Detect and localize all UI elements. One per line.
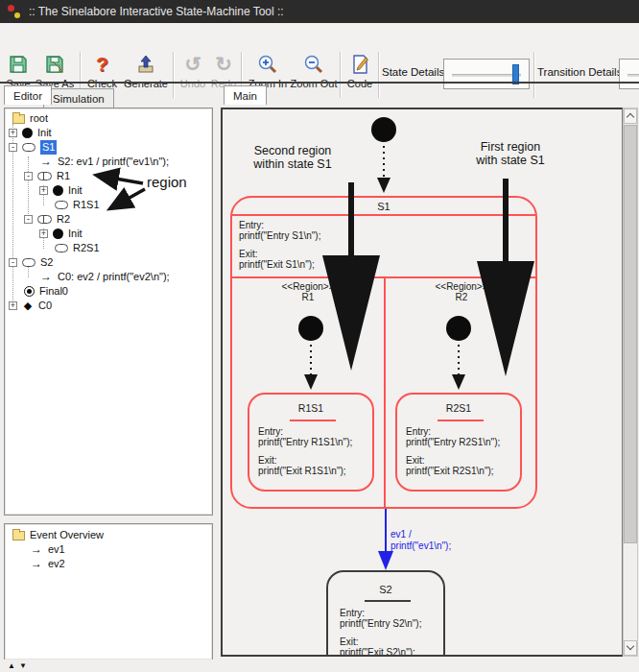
state-s1-title: S1: [232, 201, 535, 212]
app-icon-red-dot: [8, 5, 14, 12]
scroll-down-button[interactable]: [624, 640, 637, 656]
tree-item-label-selected: S1: [40, 140, 57, 155]
undo-button[interactable]: ↺ Undo: [178, 49, 208, 101]
state-r2s1[interactable]: R2S1 Entry: printf("Entry R2S1\n"); Exit…: [395, 393, 522, 492]
collapse-icon[interactable]: -: [24, 215, 33, 224]
zoom-out-button[interactable]: Zoom Out: [291, 49, 337, 101]
model-tree-panel: root + Init - S1 → S2: ev1 / printf("ev1…: [4, 108, 213, 516]
region-r1-label: <<Region>> R1: [232, 281, 384, 302]
region-annotation-text: region: [147, 174, 187, 190]
generate-button[interactable]: Generate: [121, 49, 171, 101]
event-overview-panel: Event Overview → ev1 → ev2: [4, 523, 213, 660]
tree-item-label: C0: [38, 299, 52, 313]
event-overview-root[interactable]: Event Overview: [5, 528, 212, 542]
initial-state-icon: [22, 128, 33, 138]
state-details-slider[interactable]: [443, 59, 530, 89]
expand-icon[interactable]: +: [9, 301, 17, 310]
toolbar: Save Save As ? Check Generate ↺ Undo ↻ R…: [0, 23, 639, 82]
r2s1-behavior-text: Entry: printf("Entry R2S1\n"); Exit: pri…: [406, 426, 500, 476]
tree-item-init[interactable]: + Init: [5, 126, 212, 140]
scroll-up-icon: [627, 113, 634, 121]
entry-code: printf("Entry S2\n");: [340, 618, 421, 629]
scroll-up-button[interactable]: [624, 108, 637, 124]
tree-item-s2-transition[interactable]: → C0: ev2 / printf("ev2\n");: [5, 270, 212, 284]
folder-icon: [12, 531, 25, 540]
exit-label: Exit:: [258, 455, 352, 466]
scroll-down-icon: [627, 642, 634, 650]
zoom-in-icon: [257, 52, 278, 77]
tree-item-label: S2: ev1 / printf("ev1\n");: [58, 155, 169, 169]
window-title: :: The Sinelabore Interactive State-Mach…: [29, 5, 284, 18]
initial-state-top[interactable]: [371, 117, 396, 142]
initial-state-icon: [53, 185, 63, 196]
tree-item-root[interactable]: root: [5, 111, 212, 126]
title-bar: :: The Sinelabore Interactive State-Mach…: [0, 0, 639, 23]
region-icon: [37, 172, 52, 180]
entry-code: printf("Entry S1\n");: [239, 230, 320, 241]
exit-code: printf("Exit S1\n");: [239, 259, 320, 270]
exit-code: printf("Exit R2S1\n");: [406, 466, 500, 476]
state-r2s1-title: R2S1: [397, 402, 520, 414]
s1-region-separator: [384, 276, 386, 507]
s1-behavior-text: Entry: printf("Entry S1\n"); Exit: print…: [239, 220, 320, 270]
state-icon: [22, 143, 36, 152]
collapse-icon[interactable]: -: [9, 258, 17, 267]
check-icon: ?: [96, 52, 108, 77]
expand-icon[interactable]: +: [9, 129, 17, 137]
transition-event-text: ev1 /: [390, 529, 451, 540]
canvas-vertical-scrollbar[interactable]: [623, 108, 638, 657]
tab-main[interactable]: Main: [224, 85, 267, 105]
tree-item-label: Init: [37, 126, 52, 140]
entry-label: Entry:: [239, 220, 320, 230]
code-icon: [349, 52, 370, 77]
app-window: { "window": { "title": ":: The Sinelabor…: [0, 0, 639, 672]
tree-item-label: R1: [57, 169, 70, 183]
app-icon: [7, 4, 22, 19]
state-details-label: State Details: [382, 66, 444, 78]
event-item-ev2[interactable]: → ev2: [5, 557, 212, 571]
transition-details-slider[interactable]: [619, 59, 639, 89]
tree-item-label: S2: [40, 255, 53, 270]
bottom-splitter-bar: ▲ ▼: [0, 660, 639, 672]
transition-icon: →: [39, 270, 53, 284]
tree-item-label: C0: ev2 / printf("ev2\n");: [58, 270, 170, 284]
annotation-line: with state S1: [453, 154, 568, 167]
tree-item-r2[interactable]: - R2: [5, 212, 212, 227]
tree-item-r2s1[interactable]: R2S1: [5, 241, 212, 255]
tree-item-r2-init[interactable]: + Init: [5, 227, 212, 241]
region-name: R1: [232, 292, 384, 302]
splitter-down-icon[interactable]: ▼: [19, 660, 27, 672]
collapse-icon[interactable]: -: [24, 172, 33, 180]
scrollbar-thumb[interactable]: [624, 125, 637, 543]
tree-item-s1[interactable]: - S1: [5, 140, 212, 155]
splitter-up-icon[interactable]: ▲: [8, 660, 15, 672]
expand-icon[interactable]: +: [39, 186, 48, 195]
tree-item-label: R2: [57, 212, 70, 227]
event-item-ev1[interactable]: → ev1: [5, 542, 212, 557]
state-s2[interactable]: S2 Entry: printf("Entry S2\n"); Exit: pr…: [326, 570, 445, 657]
s1-title-divider: [232, 214, 535, 216]
toolbar-separator: [173, 52, 175, 98]
code-button[interactable]: Code: [343, 49, 376, 101]
tree-item-s2[interactable]: - S2: [5, 255, 212, 270]
initial-state-icon: [53, 228, 63, 239]
slider-track: [452, 74, 521, 77]
transition-ev1-label[interactable]: ev1 / printf("ev1\n");: [390, 529, 451, 552]
annotation-line: within state S1: [232, 157, 353, 171]
event-label: ev1: [48, 542, 65, 557]
tree-item-r1s1[interactable]: R1S1: [5, 198, 212, 212]
tree-item-c0[interactable]: + ◆ C0: [5, 299, 212, 313]
tree-item-s1-transition[interactable]: → S2: ev1 / printf("ev1\n");: [5, 155, 212, 169]
event-label: ev2: [48, 557, 65, 571]
state-icon: [55, 244, 68, 252]
collapse-icon[interactable]: -: [9, 143, 17, 152]
tab-simulation[interactable]: Simulation: [43, 88, 114, 108]
tab-editor[interactable]: Editor: [4, 85, 52, 105]
tree-item-final0[interactable]: Final0: [5, 284, 212, 299]
choice-icon: ◆: [22, 299, 34, 313]
state-r1s1-title: R1S1: [249, 402, 372, 414]
expand-icon[interactable]: +: [39, 229, 48, 238]
diagram-canvas[interactable]: S1 Entry: printf("Entry S1\n"); Exit: pr…: [221, 108, 623, 657]
exit-label: Exit:: [406, 455, 500, 466]
state-r1s1[interactable]: R1S1 Entry: printf("Entry R1S1\n"); Exit…: [248, 393, 374, 492]
